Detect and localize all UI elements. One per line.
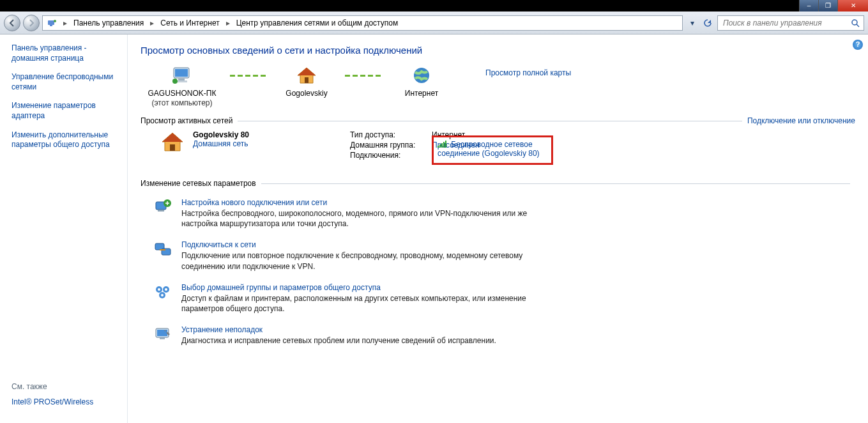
network-map: GAGUSHONOK-ПК (этот компьютер) Gogolevsk…: [141, 65, 855, 107]
task-homegroup[interactable]: Выбор домашней группы и параметров общег…: [141, 278, 549, 320]
task-description: Настройка беспроводного, широкополосного…: [181, 208, 549, 229]
minimize-button[interactable]: –: [799, 0, 818, 12]
svg-point-26: [165, 288, 167, 291]
section-title: Изменение сетевых параметров: [141, 179, 256, 188]
svg-point-13: [414, 68, 429, 83]
svg-rect-12: [305, 77, 308, 83]
full-map-link[interactable]: Просмотр полной карты: [485, 68, 571, 77]
connect-disconnect-link[interactable]: Подключение или отключение: [747, 116, 855, 125]
connections-label: Подключения:: [350, 151, 427, 165]
svg-rect-18: [158, 210, 164, 211]
task-connect[interactable]: Подключиться к сети Подключение или повт…: [141, 235, 549, 277]
svg-marker-15: [162, 133, 183, 142]
content-pane: ? Просмотр основных сведений о сети и на…: [128, 35, 868, 423]
svg-rect-0: [48, 20, 54, 25]
homegroup-icon: [153, 283, 172, 301]
connection-link[interactable]: Беспроводное сетевое соединение (Gogolev…: [438, 140, 540, 158]
map-node-label: Gogolevskiy: [275, 89, 339, 98]
task-description: Диагностика и исправление сетевых пробле…: [181, 335, 496, 346]
svg-line-4: [857, 24, 859, 27]
map-node-label: Интернет: [390, 89, 453, 98]
help-icon[interactable]: ?: [853, 40, 863, 50]
section-active-networks: Просмотр активных сетей Подключение или …: [141, 116, 855, 125]
task-title[interactable]: Устранение неполадок: [181, 325, 496, 334]
maximize-button[interactable]: ❐: [818, 0, 837, 12]
search-input[interactable]: [722, 18, 847, 28]
dropdown-button[interactable]: ▾: [685, 16, 699, 30]
task-list: Настройка нового подключения или сети На…: [141, 193, 855, 352]
breadcrumb-item[interactable]: Сеть и Интернет: [160, 19, 219, 27]
map-node-this-pc[interactable]: GAGUSHONOK-ПК (этот компьютер): [141, 65, 224, 107]
close-button[interactable]: ✕: [837, 0, 868, 12]
task-description: Подключение или повторное подключение к …: [181, 250, 549, 271]
svg-marker-11: [298, 68, 316, 75]
chevron-right-icon: ▸: [224, 19, 232, 27]
map-node-gateway[interactable]: Gogolevskiy: [275, 65, 339, 98]
window-controls: – ❐ ✕: [799, 0, 868, 12]
network-center-icon: [47, 18, 57, 28]
network-type-link[interactable]: Домашняя сеть: [193, 139, 249, 148]
task-title[interactable]: Подключиться к сети: [181, 240, 549, 249]
svg-rect-29: [157, 330, 167, 336]
task-title[interactable]: Выбор домашней группы и параметров общег…: [181, 283, 549, 292]
access-type-label: Тип доступа:: [350, 130, 427, 139]
map-node-label: GAGUSHONOK-ПК: [141, 89, 224, 98]
task-title[interactable]: Настройка нового подключения или сети: [181, 198, 549, 207]
homegroup-label: Домашняя группа:: [350, 141, 427, 150]
computer-icon: [141, 65, 224, 86]
wifi-signal-icon: [438, 140, 446, 148]
globe-icon: [390, 65, 453, 86]
address-bar[interactable]: ▸ Панель управления ▸ Сеть и Интернет ▸ …: [42, 15, 683, 31]
address-tools: ▾: [685, 16, 715, 30]
section-title: Просмотр активных сетей: [141, 116, 232, 125]
svg-rect-6: [175, 69, 188, 77]
see-also-link[interactable]: Intel® PROSet/Wireless: [11, 397, 119, 408]
see-also-label: См. также: [11, 382, 119, 391]
svg-rect-30: [160, 337, 165, 339]
search-box[interactable]: [717, 15, 864, 31]
breadcrumb-item[interactable]: Панель управления: [73, 19, 144, 27]
map-connector: [230, 65, 268, 86]
task-new-connection[interactable]: Настройка нового подключения или сети На…: [141, 193, 549, 235]
task-troubleshoot[interactable]: Устранение неполадок Диагностика и испра…: [141, 320, 549, 352]
svg-rect-1: [50, 25, 52, 26]
back-button[interactable]: [4, 15, 20, 31]
svg-rect-16: [170, 144, 175, 151]
map-node-internet[interactable]: Интернет: [390, 65, 453, 98]
svg-point-25: [158, 288, 160, 291]
title-bar: – ❐ ✕: [0, 0, 868, 12]
nav-bar: ▸ Панель управления ▸ Сеть и Интернет ▸ …: [0, 12, 868, 35]
highlighted-connection: Беспроводное сетевое соединение (Gogolev…: [432, 135, 553, 165]
home-network-icon: [160, 130, 185, 153]
map-node-sublabel: (этот компьютер): [141, 98, 224, 107]
section-change-settings: Изменение сетевых параметров: [141, 179, 855, 188]
sidebar: Панель управления - домашняя страница Уп…: [0, 35, 128, 423]
svg-point-9: [172, 79, 178, 84]
active-network: Gogolevskiy 80 Домашняя сеть Тип доступа…: [141, 130, 855, 165]
sidebar-link-wireless[interactable]: Управление беспроводными сетями: [11, 72, 119, 92]
house-icon: [275, 65, 339, 86]
breadcrumb-item[interactable]: Центр управления сетями и общим доступом: [236, 19, 399, 27]
troubleshoot-icon: [153, 325, 172, 343]
sidebar-link-adapter[interactable]: Изменение параметров адаптера: [11, 101, 119, 121]
sidebar-home-link[interactable]: Панель управления - домашняя страница: [11, 43, 119, 63]
connect-icon: [153, 240, 172, 258]
new-connection-icon: [153, 198, 172, 216]
forward-button[interactable]: [23, 15, 40, 31]
refresh-button[interactable]: [701, 16, 715, 30]
svg-point-3: [852, 20, 857, 25]
svg-point-2: [54, 20, 56, 22]
network-name: Gogolevskiy 80: [193, 130, 249, 139]
task-description: Доступ к файлам и принтерам, расположенн…: [181, 293, 549, 314]
chevron-right-icon: ▸: [148, 19, 156, 27]
chevron-right-icon: ▸: [61, 19, 70, 27]
svg-point-27: [161, 294, 164, 296]
search-icon[interactable]: [851, 19, 860, 27]
map-connector: [345, 65, 383, 86]
sidebar-link-sharing[interactable]: Изменить дополнительные параметры общего…: [11, 130, 119, 150]
page-title: Просмотр основных сведений о сети и наст…: [141, 45, 855, 56]
svg-rect-7: [178, 79, 185, 81]
